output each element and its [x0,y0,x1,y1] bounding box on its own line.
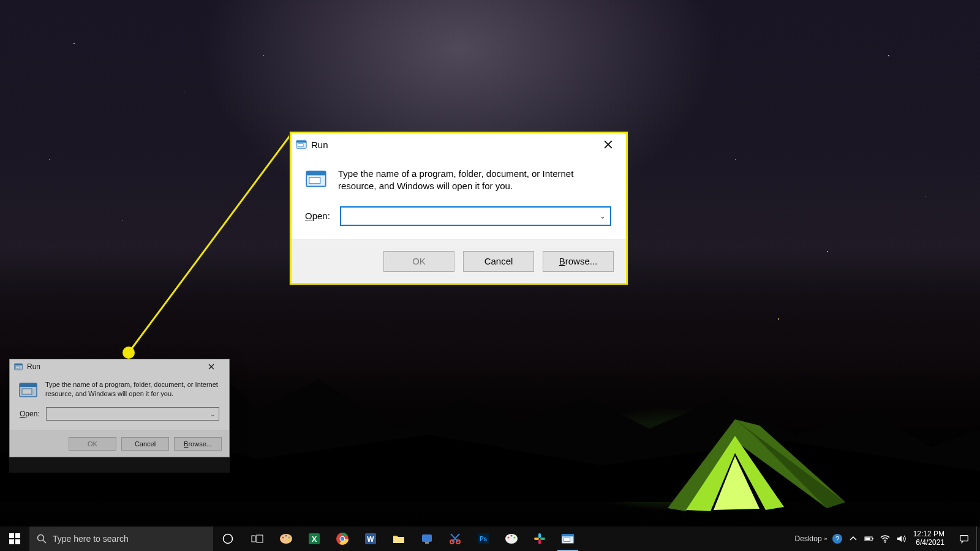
svg-rect-37 [425,542,429,544]
svg-point-58 [884,541,885,542]
assist-icon[interactable] [413,527,441,551]
chrome-icon[interactable] [328,527,356,551]
svg-rect-13 [309,178,320,184]
run-window-icon [305,168,327,190]
paint-icon[interactable] [497,527,526,551]
paint-legacy-icon[interactable] [272,527,300,551]
help-icon[interactable]: ? [831,533,843,545]
svg-rect-21 [252,536,255,542]
svg-rect-47 [534,538,539,540]
svg-rect-1 [15,364,23,365]
svg-rect-51 [562,534,574,537]
close-icon [208,364,214,370]
star [888,55,889,56]
open-combobox[interactable]: ⌄ [340,206,611,226]
svg-rect-49 [540,538,545,540]
run-dialog-callout: Run Type the name of a program, folder, … [290,132,628,285]
snip-icon[interactable] [441,527,469,551]
ok-button[interactable]: OK [69,437,116,451]
star [74,43,75,44]
run-titlebar[interactable]: Run [292,133,626,156]
run-description: Type the name of a program, folder, docu… [45,380,221,399]
show-desktop-button[interactable] [976,527,980,551]
star [49,159,50,160]
open-label: Open: [20,410,40,418]
file-explorer-icon[interactable] [385,527,413,551]
windows-logo-icon [9,533,20,544]
slack-icon[interactable] [526,527,554,551]
clock-time: 12:12 PM [913,530,944,539]
svg-text:W: W [367,535,374,544]
task-view-button[interactable] [243,527,272,551]
chevron-down-icon[interactable]: ⌄ [598,212,608,220]
star [123,220,123,221]
svg-rect-17 [15,539,20,544]
svg-point-25 [285,534,287,536]
battery-icon[interactable] [863,533,875,545]
svg-point-44 [510,534,512,536]
svg-point-27 [287,539,288,541]
cancel-button[interactable]: Cancel [463,251,534,272]
ok-button[interactable]: OK [383,251,454,272]
close-button[interactable] [197,358,225,376]
run-window-icon [295,138,307,151]
run-description: Type the name of a program, folder, docu… [338,168,611,193]
browse-button[interactable]: Browse... [174,437,222,451]
svg-rect-4 [20,383,37,387]
svg-point-45 [513,536,515,538]
svg-line-6 [129,133,292,353]
star [263,55,264,56]
system-tray: ? 12:12 PM 6/4/2021 [831,527,952,551]
svg-rect-14 [9,533,14,538]
chevron-down-icon[interactable]: ⌄ [208,411,217,418]
svg-text:X: X [312,534,317,544]
start-button[interactable] [0,527,29,551]
svg-text:Ps: Ps [480,536,488,542]
run-taskbar-icon[interactable] [554,527,582,551]
svg-rect-57 [865,538,870,540]
star [925,196,925,197]
taskbar-clock[interactable]: 12:12 PM 6/4/2021 [911,530,947,547]
star [184,92,184,92]
clock-date: 6/4/2021 [913,539,944,547]
run-titlebar[interactable]: Run [10,359,229,374]
open-input[interactable] [345,211,598,222]
svg-point-26 [288,536,290,538]
taskbar-apps: X W Ps [272,527,582,551]
svg-rect-10 [298,144,303,147]
close-icon [604,140,612,149]
svg-rect-12 [306,171,326,176]
chevron-up-icon[interactable] [847,533,859,545]
svg-point-24 [282,536,284,538]
chevron-double-icon: » [824,536,827,542]
svg-rect-15 [15,533,20,538]
photoshop-icon[interactable]: Ps [469,527,497,551]
svg-line-19 [43,541,47,544]
svg-rect-36 [422,534,432,542]
cortana-button[interactable] [213,527,243,551]
word-icon[interactable]: W [356,527,385,551]
wifi-icon[interactable] [879,533,891,545]
action-center-button[interactable] [952,527,976,551]
desktop-toolbar-label: Desktop [795,534,822,543]
close-button[interactable] [594,133,622,156]
tent-graphic [643,410,858,514]
desktop-wallpaper: Run Type the name of a program, folder, … [0,0,980,551]
browse-button[interactable]: Browse... [543,251,614,272]
taskbar-search[interactable]: Type here to search [29,527,213,551]
svg-rect-48 [538,539,541,544]
svg-rect-5 [22,389,32,394]
open-input[interactable] [49,408,208,419]
svg-rect-59 [960,536,968,541]
excel-icon[interactable]: X [300,527,328,551]
run-window-icon [18,380,38,400]
desktop-toolbar[interactable]: Desktop » [795,527,831,551]
svg-point-32 [341,537,344,541]
svg-rect-52 [564,538,570,542]
cancel-button[interactable]: Cancel [121,437,169,451]
notification-icon [959,533,970,544]
run-dialog: Run Type the name of a program, folder, … [9,359,230,457]
star [735,159,736,160]
open-combobox[interactable]: ⌄ [46,407,219,421]
volume-icon[interactable] [895,533,907,545]
